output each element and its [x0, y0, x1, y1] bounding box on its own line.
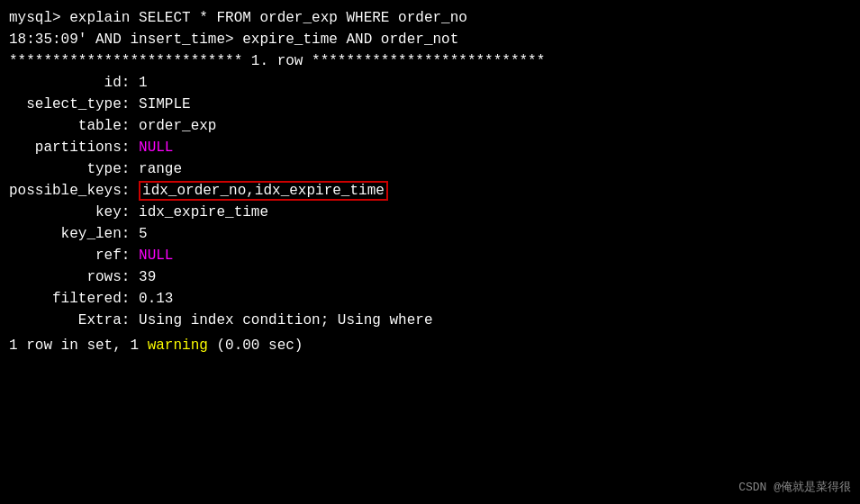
possible-keys-value: idx_order_no,idx_expire_time	[139, 181, 388, 201]
row-id: id: 1	[9, 72, 851, 94]
terminal-window: mysql> explain SELECT * FROM order_exp W…	[0, 0, 860, 504]
row-key: key: idx_expire_time	[9, 202, 851, 223]
watermark: CSDN @俺就是菜得很	[738, 479, 851, 495]
row-select-type: select_type: SIMPLE	[9, 94, 851, 115]
row-possible-keys: possible_keys: idx_order_no,idx_expire_t…	[9, 180, 851, 202]
row-rows: rows: 39	[9, 266, 851, 288]
row-type: type: range	[9, 158, 851, 180]
row-extra: Extra: Using index condition; Using wher…	[9, 310, 851, 331]
row-table: table: order_exp	[9, 115, 851, 137]
row-partitions: partitions: NULL	[9, 137, 851, 158]
row-key-len: key_len: 5	[9, 223, 851, 245]
line-3: *************************** 1. row *****…	[9, 50, 851, 72]
row-ref: ref: NULL	[9, 245, 851, 266]
line-1: mysql> explain SELECT * FROM order_exp W…	[9, 7, 851, 29]
line-2: 18:35:09' AND insert_time> expire_time A…	[9, 29, 851, 50]
row-filtered: filtered: 0.13	[9, 288, 851, 310]
row-result: 1 row in set, 1 warning (0.00 sec)	[9, 335, 851, 356]
